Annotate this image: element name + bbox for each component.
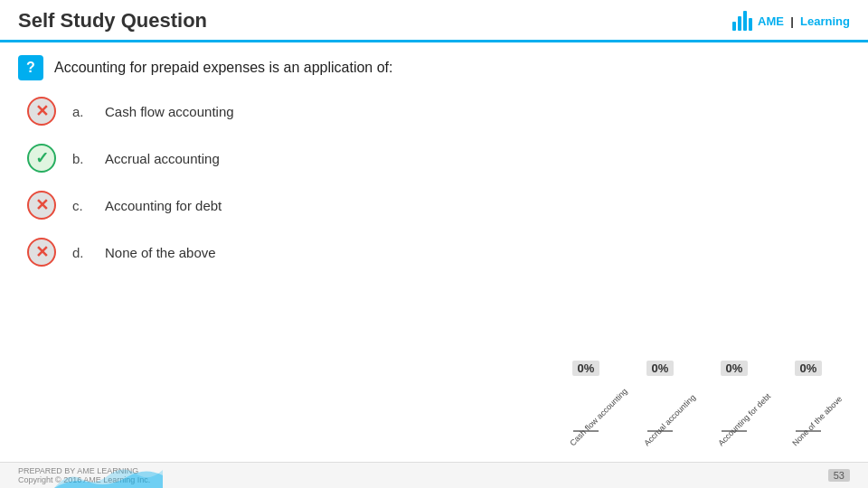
chart-bar-b: 0% Accrual accounting xyxy=(627,361,693,454)
answer-label-c: c. xyxy=(72,198,89,213)
page-number: 53 xyxy=(828,469,850,482)
logo-brand: AME xyxy=(758,14,784,28)
logo-bars-icon xyxy=(732,11,752,31)
answer-text-b: Accrual accounting xyxy=(105,151,220,166)
logo-suffix: Learning xyxy=(800,14,850,28)
question-badge: ? xyxy=(18,55,43,80)
footer: PREPARED BY AME LEARNING Copyright © 201… xyxy=(0,462,868,488)
answer-row-b[interactable]: ✓ b. Accrual accounting xyxy=(18,135,850,182)
chart-pct-d: 0% xyxy=(795,361,823,376)
bar2 xyxy=(738,16,741,31)
answers-list: ✕ a. Cash flow accounting ✓ b. Accrual a… xyxy=(0,88,868,276)
answer-icon-b: ✓ xyxy=(27,144,56,173)
question-text: Accounting for prepaid expenses is an ap… xyxy=(54,60,392,76)
page-title: Self Study Question xyxy=(18,9,207,33)
bar1 xyxy=(732,22,736,31)
logo-text: AME | Learning xyxy=(758,14,850,28)
header: Self Study Question AME | Learning xyxy=(0,0,868,42)
chart-pct-c: 0% xyxy=(721,361,749,376)
answer-row-d[interactable]: ✕ d. None of the above xyxy=(18,229,850,276)
answer-icon-c: ✕ xyxy=(27,191,56,220)
answer-label-d: d. xyxy=(72,245,89,260)
question-row: ? Accounting for prepaid expenses is an … xyxy=(0,42,868,88)
bar4 xyxy=(749,18,752,31)
wave-svg xyxy=(54,463,163,488)
answer-text-c: Accounting for debt xyxy=(105,198,222,213)
logo: AME | Learning xyxy=(732,11,850,31)
answer-text-d: None of the above xyxy=(105,245,216,260)
answer-label-b: b. xyxy=(72,151,89,166)
answer-label-a: a. xyxy=(72,104,89,119)
bar3 xyxy=(743,11,747,31)
footer-wave-decoration xyxy=(54,463,163,488)
chart-bar-a: 0% Cash flow accounting xyxy=(553,361,618,454)
chart-pct-a: 0% xyxy=(572,361,600,376)
chart-bar-d: 0% None of the above xyxy=(776,361,841,454)
answer-text-a: Cash flow accounting xyxy=(105,104,234,119)
answer-icon-a: ✕ xyxy=(27,97,56,126)
results-chart: 0% Cash flow accounting 0% Accrual accou… xyxy=(553,361,841,454)
chart-pct-b: 0% xyxy=(646,361,675,376)
chart-bar-c: 0% Accounting for debt xyxy=(702,361,767,454)
answer-row-c[interactable]: ✕ c. Accounting for debt xyxy=(18,182,850,229)
answer-icon-d: ✕ xyxy=(27,238,56,267)
answer-row-a[interactable]: ✕ a. Cash flow accounting xyxy=(18,88,850,135)
